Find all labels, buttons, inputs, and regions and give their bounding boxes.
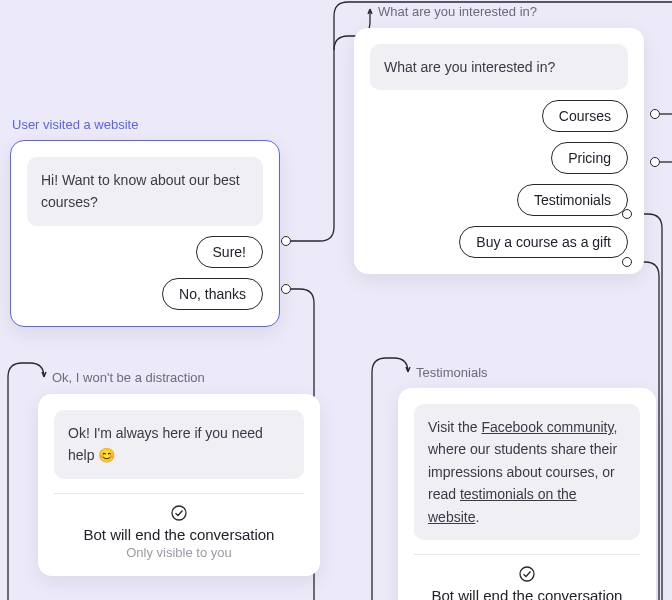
option-courses[interactable]: Courses — [542, 100, 628, 132]
divider — [54, 493, 304, 494]
bot-message: Hi! Want to know about our best courses? — [27, 157, 263, 226]
node-title-interested: What are you interested in? — [378, 4, 537, 19]
bot-message-interested: What are you interested in? — [370, 44, 628, 90]
node-testimonials[interactable]: Visit the Facebook community, where our … — [398, 388, 656, 600]
port-testimonials[interactable] — [622, 209, 632, 219]
end-conversation-text: Bot will end the conversation — [54, 526, 304, 543]
svg-point-0 — [172, 506, 186, 520]
divider — [414, 554, 640, 555]
end-conversation-text: Bot will end the conversation — [414, 587, 640, 600]
node-user-visited[interactable]: Hi! Want to know about our best courses?… — [10, 140, 280, 327]
node-title-testimonials: Testimonials — [416, 365, 488, 380]
port-gift[interactable] — [622, 257, 632, 267]
option-gift[interactable]: Buy a course as a gift — [459, 226, 628, 258]
port-sure[interactable] — [281, 236, 291, 246]
msg-text: . — [475, 509, 479, 525]
port-pricing[interactable] — [650, 157, 660, 167]
bot-message-help: Ok! I'm always here if you need help 😊 — [54, 410, 304, 479]
link-facebook[interactable]: Facebook community — [481, 419, 613, 435]
node-title-user-visited: User visited a website — [12, 117, 138, 132]
node-interested[interactable]: What are you interested in? Courses Pric… — [354, 28, 644, 274]
option-testimonials[interactable]: Testimonials — [517, 184, 628, 216]
bot-message-testimonials: Visit the Facebook community, where our … — [414, 404, 640, 540]
check-icon — [54, 504, 304, 522]
only-visible-text: Only visible to you — [54, 545, 304, 560]
port-no-thanks[interactable] — [281, 284, 291, 294]
node-distraction[interactable]: Ok! I'm always here if you need help 😊 B… — [38, 394, 320, 576]
option-sure[interactable]: Sure! — [196, 236, 263, 268]
msg-text: Visit the — [428, 419, 481, 435]
option-pricing[interactable]: Pricing — [551, 142, 628, 174]
port-courses[interactable] — [650, 109, 660, 119]
node-title-distraction: Ok, I won't be a distraction — [52, 370, 205, 385]
option-no-thanks[interactable]: No, thanks — [162, 278, 263, 310]
check-icon — [414, 565, 640, 583]
svg-point-1 — [520, 567, 534, 581]
